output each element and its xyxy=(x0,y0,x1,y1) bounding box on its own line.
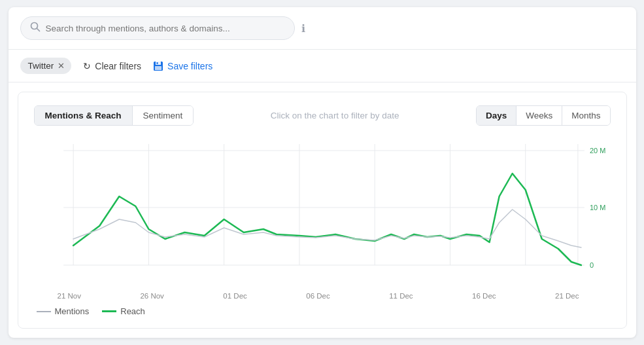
period-tab-months[interactable]: Months xyxy=(562,106,609,125)
chart-controls-row: Mentions & Reach Sentiment Click on the … xyxy=(34,105,611,126)
filter-tag-label: Twitter xyxy=(28,61,54,71)
legend-mentions-line xyxy=(37,311,51,312)
main-container: ℹ Twitter ✕ ↻ Clear filters Save filters… xyxy=(8,7,636,338)
x-label-21dec: 21 Dec xyxy=(555,292,579,300)
svg-rect-5 xyxy=(157,62,158,64)
period-tab-days[interactable]: Days xyxy=(477,106,516,125)
filter-tag-close-icon[interactable]: ✕ xyxy=(58,62,65,70)
legend-reach-line xyxy=(102,310,116,312)
search-icon xyxy=(30,22,41,35)
x-label-16dec: 16 Dec xyxy=(472,292,496,300)
chart-svg: 20 M 10 M 0 xyxy=(34,137,611,288)
search-bar-row: ℹ xyxy=(8,7,636,50)
svg-text:10 M: 10 M xyxy=(589,204,605,211)
chart-area[interactable]: 20 M 10 M 0 xyxy=(34,137,611,288)
twitter-filter-tag: Twitter ✕ xyxy=(20,58,72,74)
x-labels: 21 Nov 26 Nov 01 Dec 06 Dec 11 Dec 16 De… xyxy=(34,288,611,300)
clear-filters-button[interactable]: ↻ Clear filters xyxy=(83,61,141,71)
chart-tabs: Mentions & Reach Sentiment xyxy=(34,105,194,126)
save-filters-button[interactable]: Save filters xyxy=(153,61,212,71)
chart-section: Mentions & Reach Sentiment Click on the … xyxy=(18,92,627,329)
svg-rect-4 xyxy=(155,66,161,70)
legend-reach-label: Reach xyxy=(120,306,145,316)
legend-mentions: Mentions xyxy=(37,306,90,316)
x-label-26nov: 26 Nov xyxy=(140,292,163,300)
legend-mentions-label: Mentions xyxy=(55,306,90,316)
refresh-icon: ↻ xyxy=(83,61,91,71)
period-tabs: Days Weeks Months xyxy=(476,105,611,126)
period-tab-weeks[interactable]: Weeks xyxy=(516,106,562,125)
save-icon xyxy=(153,61,163,71)
chart-hint: Click on the chart to filter by date xyxy=(194,111,476,120)
x-label-21nov: 21 Nov xyxy=(58,292,81,300)
svg-text:20 M: 20 M xyxy=(589,147,605,154)
search-input[interactable] xyxy=(46,24,285,33)
x-label-01dec: 01 Dec xyxy=(223,292,246,300)
filters-row: Twitter ✕ ↻ Clear filters Save filters xyxy=(8,50,636,82)
x-label-06dec: 06 Dec xyxy=(306,292,330,300)
legend-row: Mentions Reach xyxy=(34,306,611,316)
save-filters-label: Save filters xyxy=(167,61,212,71)
search-input-wrap[interactable] xyxy=(20,16,295,40)
svg-rect-3 xyxy=(156,62,161,65)
tab-sentiment[interactable]: Sentiment xyxy=(132,106,194,125)
svg-line-1 xyxy=(37,29,39,31)
svg-text:0: 0 xyxy=(589,261,593,269)
info-icon[interactable]: ℹ xyxy=(301,22,305,35)
tab-mentions-reach[interactable]: Mentions & Reach xyxy=(35,106,132,125)
clear-filters-label: Clear filters xyxy=(95,61,141,71)
legend-reach: Reach xyxy=(102,306,145,316)
x-label-11dec: 11 Dec xyxy=(389,292,413,300)
